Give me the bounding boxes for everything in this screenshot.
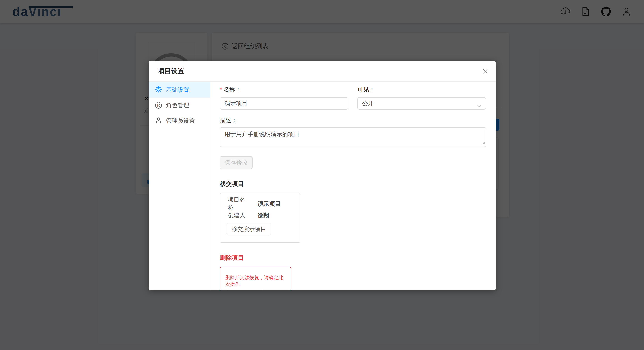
delete-project-heading: 删除项目	[220, 254, 486, 262]
transfer-row-project-name: 项目名称 演示项目	[228, 200, 292, 208]
basic-settings-pane: *名称： 可见： 公开	[210, 82, 496, 290]
transfer-project-heading: 移交项目	[220, 180, 486, 188]
description-textarea[interactable]: 用于用户手册说明演示的项目	[220, 127, 486, 147]
settings-sidebar: 基础设置 R 角色管理 管理员设置	[149, 82, 210, 290]
transfer-project-box: 项目名称 演示项目 创建人 徐翔 移交演示项目	[220, 193, 300, 243]
delete-project-button[interactable]: 删除演示项目	[226, 290, 264, 290]
modal-header: 项目设置	[149, 61, 496, 82]
resize-handle-icon[interactable]	[482, 142, 485, 145]
sidebar-item-basic-settings[interactable]: 基础设置	[149, 82, 210, 98]
chevron-down-icon	[477, 102, 481, 109]
visibility-selected-value: 公开	[362, 99, 374, 107]
sidebar-item-label: 角色管理	[166, 101, 189, 109]
delete-warning-text: 删除后无法恢复，请确定此次操作	[226, 274, 286, 287]
delete-project-box: 删除后无法恢复，请确定此次操作 删除演示项目	[220, 267, 291, 290]
name-label: *名称：	[220, 86, 348, 93]
description-label: 描述：	[220, 116, 486, 124]
save-changes-button[interactable]: 保存修改	[220, 156, 252, 169]
project-settings-modal: 项目设置	[149, 61, 496, 290]
sidebar-item-label: 管理员设置	[166, 117, 195, 125]
transfer-row-creator: 创建人 徐翔	[228, 211, 292, 220]
modal-body: 基础设置 R 角色管理 管理员设置	[149, 82, 496, 290]
sidebar-item-admin-settings[interactable]: 管理员设置	[149, 113, 210, 128]
app-root: da Vinci	[0, 0, 644, 350]
sidebar-item-label: 基础设置	[166, 86, 189, 94]
gear-icon	[155, 86, 162, 94]
transfer-project-button[interactable]: 移交演示项目	[226, 223, 271, 235]
visibility-select[interactable]: 公开	[358, 97, 486, 109]
modal-title: 项目设置	[158, 67, 184, 76]
user-icon	[155, 117, 162, 125]
sidebar-item-role-management[interactable]: R 角色管理	[149, 98, 210, 113]
visibility-label: 可见：	[358, 86, 486, 93]
close-icon[interactable]	[480, 66, 491, 77]
project-name-input[interactable]	[220, 97, 348, 109]
r-circle-icon: R	[155, 102, 162, 109]
required-mark: *	[220, 86, 222, 93]
